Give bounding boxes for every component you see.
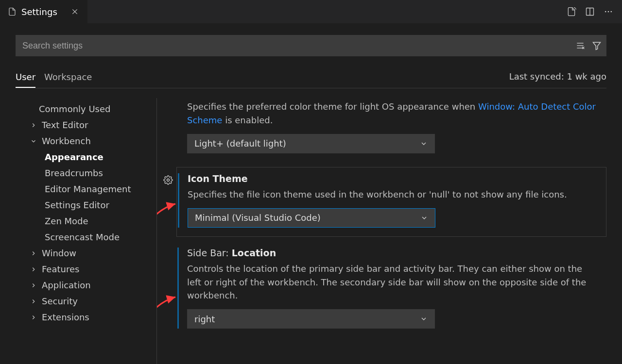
tab-settings[interactable]: Settings <box>0 0 87 23</box>
open-settings-json-icon[interactable] <box>567 7 576 17</box>
tree-zen-mode[interactable]: Zen Mode <box>16 213 156 229</box>
select-icon-theme[interactable]: Minimal (Visual Studio Code) <box>188 208 435 228</box>
settings-pane: Specifies the preferred color theme for … <box>156 98 606 364</box>
tree-window[interactable]: Window <box>16 245 156 261</box>
select-sidebar-location[interactable]: right <box>187 309 435 329</box>
scope-tab-workspace[interactable]: Workspace <box>44 70 92 88</box>
svg-marker-12 <box>593 42 601 50</box>
tree-application[interactable]: Application <box>16 277 156 293</box>
tree-settings-editor[interactable]: Settings Editor <box>16 197 156 213</box>
tree-editor-management[interactable]: Editor Management <box>16 181 156 197</box>
scope-tab-user[interactable]: User <box>16 70 35 88</box>
chevron-right-icon <box>28 122 39 129</box>
chevron-down-icon <box>420 214 428 222</box>
tree-breadcrumbs[interactable]: Breadcrumbs <box>16 165 156 181</box>
editor-actions <box>567 0 622 23</box>
tree-security[interactable]: Security <box>16 293 156 309</box>
tab-bar: Settings <box>0 0 622 23</box>
chevron-right-icon <box>28 298 39 305</box>
svg-point-13 <box>167 179 170 181</box>
split-editor-icon[interactable] <box>585 7 595 17</box>
setting-icon-theme: Icon Theme Specifies the file icon theme… <box>176 167 606 237</box>
setting-description: Specifies the preferred color theme for … <box>187 100 597 127</box>
setting-sidebar-location: Side Bar: Location Controls the location… <box>157 242 606 338</box>
filter-icon[interactable] <box>592 41 602 50</box>
tree-text-editor[interactable]: Text Editor <box>16 117 156 133</box>
setting-description: Controls the location of the primary sid… <box>187 262 597 303</box>
search-input[interactable] <box>16 35 606 56</box>
svg-point-4 <box>605 11 606 13</box>
gear-icon[interactable] <box>163 175 173 185</box>
more-icon[interactable] <box>604 7 613 17</box>
setting-title: Icon Theme <box>188 173 596 184</box>
sync-status: Last synced: 1 wk ago <box>509 71 606 86</box>
tree-workbench[interactable]: Workbench <box>16 133 156 149</box>
chevron-down-icon <box>420 315 428 323</box>
select-preferred-light-theme[interactable]: Light+ (default light) <box>187 134 435 153</box>
tree-extensions[interactable]: Extensions <box>16 309 156 325</box>
chevron-right-icon <box>28 266 39 273</box>
svg-point-6 <box>611 11 612 13</box>
chevron-down-icon <box>28 138 39 145</box>
svg-point-5 <box>608 11 609 13</box>
tree-features[interactable]: Features <box>16 261 156 277</box>
tab-title: Settings <box>21 7 57 17</box>
setting-title: Side Bar: Location <box>187 248 597 258</box>
close-icon[interactable] <box>71 8 79 16</box>
tree-screencast-mode[interactable]: Screencast Mode <box>16 229 156 245</box>
chevron-down-icon <box>420 140 428 148</box>
chevron-right-icon <box>28 314 39 321</box>
setting-preferred-light-theme: Specifies the preferred color theme for … <box>157 98 606 162</box>
settings-tree: Commonly Used Text Editor Workbench Appe… <box>16 98 156 364</box>
tree-appearance[interactable]: Appearance <box>16 149 156 165</box>
chevron-right-icon <box>28 282 39 289</box>
search-settings <box>16 35 606 56</box>
setting-description: Specifies the file icon theme used in th… <box>188 188 596 201</box>
clear-search-icon[interactable] <box>575 41 585 50</box>
file-icon <box>8 7 17 16</box>
scope-row: User Workspace Last synced: 1 wk ago <box>16 70 606 88</box>
chevron-right-icon <box>28 250 39 257</box>
tree-commonly-used[interactable]: Commonly Used <box>16 101 156 117</box>
